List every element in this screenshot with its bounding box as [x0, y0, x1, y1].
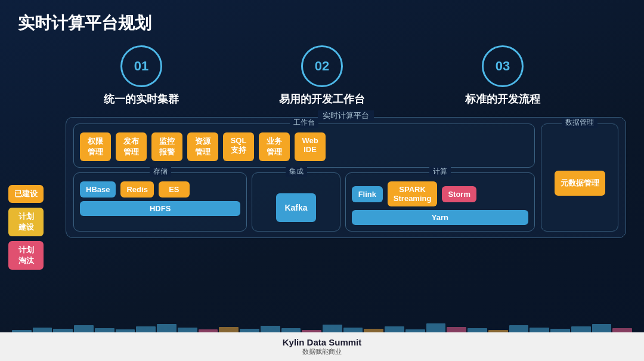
deco-bar — [447, 327, 466, 332]
deco-bar — [530, 328, 549, 332]
circle-num-3: 03 — [482, 45, 524, 87]
platform-label: 实时计算平台 — [318, 110, 374, 121]
bottom-bar: Kylin Data Summit 数据赋能商业 — [0, 332, 644, 361]
deco-bar — [323, 325, 342, 332]
compute-bottom: Yarn — [352, 210, 528, 225]
chip-quanxian: 权限管理 — [80, 132, 111, 161]
platform-right: 数据管理 元数据管理 — [541, 124, 618, 232]
chip-webide: WebIDE — [295, 132, 326, 161]
chip-metadata: 元数据管理 — [555, 171, 605, 196]
deco-bar — [571, 326, 591, 332]
deco-bar — [261, 326, 280, 332]
chip-sql: SQL支持 — [223, 132, 254, 161]
deco-bar — [33, 328, 52, 332]
chip-yarn: Yarn — [352, 210, 528, 225]
legend-built: 已建设 — [8, 185, 44, 203]
chip-es: ES — [159, 181, 190, 198]
chip-fabu: 发布管理 — [116, 132, 147, 161]
deco-bar — [426, 323, 446, 332]
deco-bar — [612, 328, 632, 332]
legend: 已建设 计划建设 计划淘汰 — [8, 185, 44, 270]
deco-bar — [385, 326, 404, 332]
chip-storm: Storm — [442, 186, 476, 202]
deco-bar — [592, 324, 612, 332]
footer-subtitle: 数据赋能商业 — [302, 347, 342, 356]
chip-redis: Redis — [120, 181, 153, 198]
circle-num-1: 01 — [120, 45, 162, 87]
circle-item-3: 03 标准的开发流程 — [465, 45, 540, 106]
deco-bar — [509, 325, 529, 332]
legend-plan: 计划建设 — [8, 208, 44, 236]
circle-item-2: 02 易用的开发工作台 — [279, 45, 365, 106]
circle-label-3: 标准的开发流程 — [465, 92, 540, 106]
circle-label-2: 易用的开发工作台 — [279, 92, 365, 106]
platform-container: 实时计算平台 工作台 权限管理 发布管理 监控报警 资源管理 SQL支持 业务管… — [66, 117, 626, 238]
compute-box: 计算 Flink SPARKStreaming Storm Yarn — [345, 172, 535, 232]
workbench-label: 工作台 — [290, 118, 318, 128]
platform-outer: 实时计算平台 工作台 权限管理 发布管理 监控报警 资源管理 SQL支持 业务管… — [66, 117, 626, 238]
lower-row: 存储 HBase Redis ES HDFS 集成 — [73, 172, 535, 232]
compute-label: 计算 — [429, 166, 451, 177]
chip-flink: Flink — [352, 186, 383, 202]
page-title: 实时计算平台规划 — [18, 12, 626, 35]
storage-items: HBase Redis ES — [80, 181, 240, 198]
chip-jiankong: 监控报警 — [151, 132, 182, 161]
chip-yewu: 业务管理 — [259, 132, 290, 161]
circle-num-2: 02 — [301, 45, 343, 87]
data-mgmt-label: 数据管理 — [562, 118, 597, 128]
circle-item-1: 01 统一的实时集群 — [104, 45, 179, 106]
legend-retire: 计划淘汰 — [8, 241, 44, 270]
footer-title: Kylin Data Summit — [283, 337, 362, 347]
deco-bar — [219, 327, 239, 332]
chip-hbase: HBase — [80, 181, 116, 198]
integration-label: 集成 — [286, 166, 307, 177]
chip-kafka: Kafka — [276, 193, 315, 222]
storage-bottom: HDFS — [80, 201, 240, 216]
main-container: 实时计算平台规划 01 统一的实时集群 02 易用的开发工作台 03 标准的开发… — [0, 0, 644, 361]
storage-box: 存储 HBase Redis ES HDFS — [73, 172, 247, 232]
chip-spark: SPARKStreaming — [388, 181, 438, 206]
deco-bar — [95, 328, 114, 332]
chip-hdfs: HDFS — [80, 201, 240, 216]
chip-ziyuan: 资源管理 — [187, 132, 218, 161]
deco-bar — [157, 324, 177, 332]
workbench-box: 工作台 权限管理 发布管理 监控报警 资源管理 SQL支持 业务管理 WebID… — [73, 124, 535, 168]
deco-bar — [178, 328, 197, 332]
deco-bar — [281, 328, 301, 332]
deco-bar — [343, 328, 363, 332]
compute-items: Flink SPARKStreaming Storm — [352, 181, 528, 206]
integration-center: Kafka — [256, 184, 336, 231]
deco-bars — [0, 320, 644, 332]
workbench-items: 权限管理 发布管理 监控报警 资源管理 SQL支持 业务管理 WebIDE — [80, 132, 528, 161]
deco-bar — [136, 326, 156, 332]
platform-left: 工作台 权限管理 发布管理 监控报警 资源管理 SQL支持 业务管理 WebID… — [73, 124, 535, 232]
integration-box: 集成 Kafka — [252, 172, 340, 232]
deco-bar — [74, 325, 94, 332]
deco-bar — [467, 328, 487, 332]
storage-label: 存储 — [150, 166, 171, 177]
top-row: 01 统一的实时集群 02 易用的开发工作台 03 标准的开发流程 — [18, 45, 626, 106]
circle-label-1: 统一的实时集群 — [104, 92, 179, 106]
